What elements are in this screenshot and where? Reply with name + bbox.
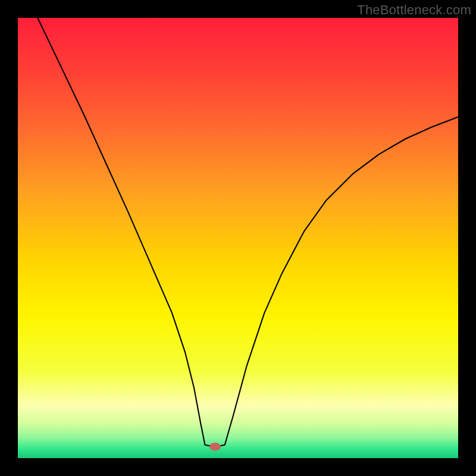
chart-svg [18,18,458,458]
watermark-text: TheBottleneck.com [357,2,471,18]
minimum-marker [209,443,221,450]
plot-area [18,18,458,458]
gradient-background [18,18,458,458]
chart-frame: TheBottleneck.com [0,0,476,476]
